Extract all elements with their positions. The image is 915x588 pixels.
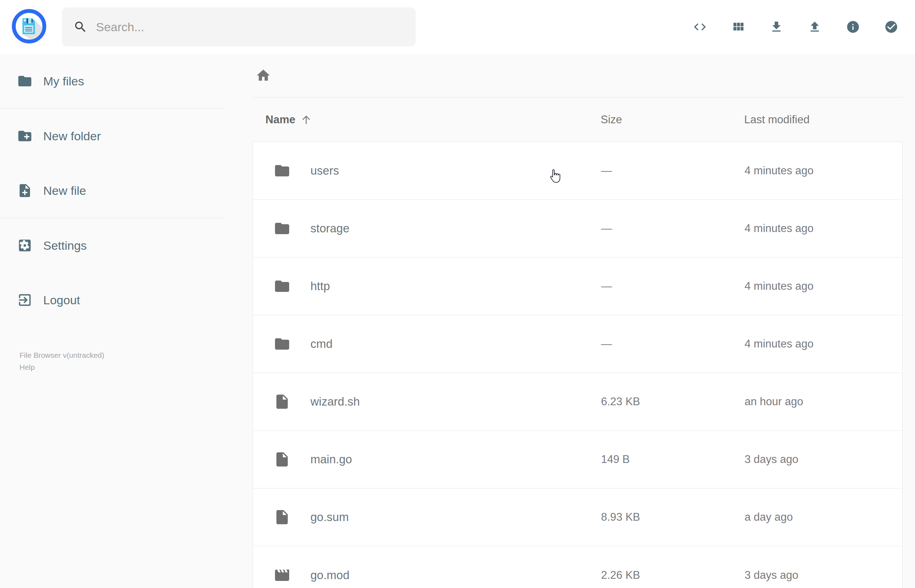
sidebar-item-label: New file [43,184,86,198]
sidebar: My files New folder New file Settings Lo… [0,54,225,327]
movie-icon [273,567,291,584]
file-modified: a day ago [745,511,903,523]
sort-ascending-icon [300,114,312,126]
file-name: go.mod [310,569,349,582]
grid-view-button[interactable] [731,20,745,34]
file-size: 2.26 KB [601,569,745,582]
table-row[interactable]: go.mod 2.26 KB 3 days ago [253,546,902,588]
topbar [0,0,915,54]
help-link[interactable]: Help [19,361,104,373]
check-circle-icon [884,20,898,34]
column-header-modified[interactable]: Last modified [744,113,903,126]
code-view-button[interactable] [693,20,707,34]
logout-icon [17,292,32,308]
search-input[interactable] [96,20,397,34]
upload-icon [808,20,822,34]
download-button[interactable] [770,20,784,34]
folder-icon [273,220,291,237]
table-row[interactable]: http — 4 minutes ago [253,257,902,315]
file-modified: 3 days ago [745,569,903,582]
file-list: users — 4 minutes ago storage — 4 minute… [253,142,903,588]
breadcrumb [253,54,903,97]
file-name: users [310,164,339,178]
sidebar-item-settings[interactable]: Settings [0,218,225,273]
sidebar-item-new-file[interactable]: New file [0,163,225,218]
table-row[interactable]: cmd — 4 minutes ago [253,315,902,373]
sidebar-item-new-folder[interactable]: New folder [0,109,225,163]
file-name: go.sum [310,510,349,524]
column-header-size[interactable]: Size [601,113,744,126]
info-icon [846,20,860,34]
sidebar-item-my-files[interactable]: My files [0,54,225,108]
file-size: 8.93 KB [601,511,745,523]
folder-icon [17,73,32,89]
column-label: Name [265,113,295,126]
file-icon [273,393,291,410]
note-add-icon [17,183,32,199]
select-multiple-button[interactable] [884,20,898,34]
sidebar-item-label: New folder [43,129,101,143]
listing-header: Name Size Last modified [253,97,903,142]
sidebar-item-label: Logout [43,293,80,307]
file-name: cmd [310,337,332,351]
info-button[interactable] [846,20,860,34]
file-icon [273,509,291,526]
file-modified: 4 minutes ago [745,222,903,235]
file-browser-logo[interactable] [12,9,47,44]
breadcrumb-home-button[interactable] [255,68,271,83]
sidebar-item-label: Settings [43,239,87,252]
search-icon [73,20,87,34]
file-size: — [601,280,745,292]
folder-icon [273,278,291,295]
floppy-disk-icon [12,9,47,44]
column-header-name[interactable]: Name [253,113,601,126]
table-row[interactable]: main.go 149 B 3 days ago [253,431,902,488]
code-icon [693,20,707,34]
table-row[interactable]: go.sum 8.93 KB a day ago [253,488,902,546]
upload-button[interactable] [808,20,822,34]
file-modified: 4 minutes ago [745,338,903,351]
download-icon [770,20,784,34]
grid-icon [731,20,745,34]
create-new-folder-icon [17,128,32,144]
file-size: — [601,164,745,177]
file-modified: 3 days ago [745,453,903,466]
file-name: wizard.sh [310,395,360,409]
sidebar-item-logout[interactable]: Logout [0,273,225,327]
file-name: storage [310,222,349,235]
search-bar[interactable] [62,7,416,47]
table-row[interactable]: users — 4 minutes ago [253,142,902,200]
file-size: — [601,222,745,235]
file-size: — [601,338,745,351]
file-name: main.go [310,453,352,466]
table-row[interactable]: storage — 4 minutes ago [253,200,902,257]
topbar-actions [693,0,898,54]
table-row[interactable]: wizard.sh 6.23 KB an hour ago [253,373,902,431]
main-content: Name Size Last modified users — 4 minute… [253,54,915,588]
folder-icon [273,336,291,352]
file-icon [273,451,291,468]
sidebar-footer: File Browser v(untracked) Help [19,349,104,373]
folder-icon [273,162,291,179]
app-version: File Browser v(untracked) [19,349,104,361]
file-modified: an hour ago [745,395,903,408]
file-modified: 4 minutes ago [745,280,903,292]
sidebar-item-label: My files [43,74,84,88]
file-size: 6.23 KB [601,395,745,408]
home-icon [255,68,271,83]
file-name: http [310,279,330,293]
file-size: 149 B [601,453,745,466]
settings-icon [17,237,32,253]
file-modified: 4 minutes ago [745,164,903,177]
